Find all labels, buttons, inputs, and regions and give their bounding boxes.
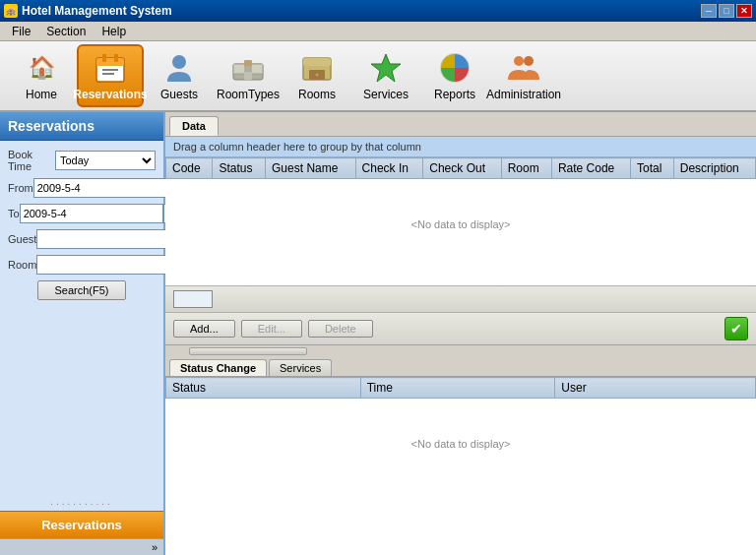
col-description[interactable]: Description [673, 158, 755, 179]
close-button[interactable]: ✕ [736, 4, 752, 18]
toolbar-services-label: Services [363, 88, 409, 101]
toolbar-roomtypes[interactable]: RoomTypes [215, 44, 282, 107]
panel-arrow[interactable]: » [0, 538, 163, 555]
toolbar-rooms-label: Rooms [298, 88, 336, 101]
toolbar-services[interactable]: Services [352, 44, 419, 107]
action-bar: Add... Edit... Delete ✔ [165, 312, 756, 344]
svg-rect-10 [244, 72, 252, 80]
panel-footer[interactable]: Reservations [0, 511, 163, 538]
toolbar-reports-label: Reports [434, 88, 475, 101]
maximize-button[interactable]: □ [719, 4, 734, 18]
svg-rect-4 [102, 54, 106, 62]
reports-icon [437, 50, 472, 86]
guest-input[interactable] [36, 229, 180, 249]
left-panel: Reservations Book Time Today This Week T… [0, 112, 165, 555]
sub-no-data: <No data to display> [165, 399, 756, 489]
from-label: From [8, 182, 33, 194]
toolbar-home[interactable]: 🏠 Home [8, 44, 75, 107]
green-action-button[interactable]: ✔ [724, 317, 748, 340]
toolbar-reservations-label: Reservations [73, 88, 147, 101]
toolbar-reports[interactable]: Reports [421, 44, 488, 107]
svg-rect-8 [233, 64, 245, 74]
menu-section[interactable]: Section [38, 23, 94, 40]
pagination-input[interactable] [173, 290, 213, 308]
menu-bar: File Section Help [0, 22, 756, 41]
guest-row: Guest [8, 229, 156, 249]
guest-label: Guest [8, 233, 36, 245]
left-panel-title: Reservations [0, 112, 163, 141]
add-button[interactable]: Add... [173, 320, 235, 338]
to-label: To [8, 208, 20, 219]
sub-tab-bar: Status Change Services [165, 356, 756, 377]
svg-rect-13 [303, 58, 331, 66]
col-checkin[interactable]: Check In [355, 158, 423, 179]
toolbar-reservations[interactable]: Reservations [77, 44, 144, 107]
to-input[interactable] [20, 204, 163, 223]
room-row: Room [8, 255, 156, 275]
toolbar-guests-label: Guests [160, 88, 198, 101]
svg-point-6 [172, 55, 186, 69]
left-form: Book Time Today This Week This Month All… [0, 141, 163, 492]
app-title: Hotel Management System [22, 4, 172, 18]
toolbar-home-label: Home [26, 88, 57, 101]
room-label: Room [8, 259, 36, 271]
right-panel: Data Drag a column header here to group … [165, 112, 756, 555]
svg-rect-11 [244, 60, 252, 66]
main-layout: Reservations Book Time Today This Week T… [0, 112, 756, 555]
toolbar-administration[interactable]: Administration [490, 44, 557, 107]
title-controls[interactable]: ─ □ ✕ [701, 4, 752, 18]
col-room[interactable]: Room [501, 158, 551, 179]
toolbar: 🏠 Home Reservations Guests [0, 41, 756, 112]
col-guestname[interactable]: Guest Name [266, 158, 356, 179]
toolbar-rooms[interactable]: Rooms [284, 44, 350, 107]
svg-rect-5 [114, 54, 118, 62]
svg-point-18 [524, 56, 534, 66]
menu-file[interactable]: File [4, 23, 38, 40]
search-button[interactable]: Search(F5) [37, 280, 125, 300]
toolbar-guests[interactable]: Guests [146, 44, 213, 107]
scroll-thumb[interactable] [189, 347, 307, 355]
sub-col-status[interactable]: Status [166, 378, 361, 399]
toolbar-administration-label: Administration [486, 88, 561, 101]
roomtypes-icon [230, 50, 266, 86]
drag-hint: Drag a column header here to group by th… [165, 137, 756, 157]
home-icon: 🏠 [24, 50, 59, 86]
sub-tab-services[interactable]: Services [269, 359, 332, 376]
room-input[interactable] [36, 255, 180, 275]
scroll-bar[interactable] [165, 344, 756, 356]
bottom-bar-left [173, 290, 213, 308]
tab-data[interactable]: Data [169, 116, 219, 136]
col-ratecode[interactable]: Rate Code [551, 158, 630, 179]
main-table-wrap: Code Status Guest Name Check In Check Ou… [165, 157, 756, 285]
menu-help[interactable]: Help [94, 23, 134, 40]
svg-rect-1 [96, 58, 124, 66]
title-bar-left: 🏨 Hotel Management System [4, 4, 172, 18]
reservations-icon [93, 50, 128, 86]
sub-tab-statuschange[interactable]: Status Change [169, 359, 267, 376]
minimize-button[interactable]: ─ [701, 4, 717, 18]
svg-rect-9 [251, 64, 263, 74]
services-icon [368, 50, 404, 86]
col-status[interactable]: Status [213, 158, 266, 179]
booktime-select[interactable]: Today This Week This Month All [55, 151, 156, 170]
main-no-data: <No data to display> [165, 179, 756, 270]
delete-button[interactable]: Delete [308, 320, 373, 338]
col-total[interactable]: Total [631, 158, 674, 179]
title-bar: 🏨 Hotel Management System ─ □ ✕ [0, 0, 756, 22]
edit-button[interactable]: Edit... [241, 320, 302, 338]
to-row: To ▼ [8, 204, 156, 223]
sub-table-wrap: Status Time User <No data to display> [165, 377, 756, 555]
svg-point-17 [514, 56, 524, 66]
app-icon: 🏨 [4, 4, 18, 18]
svg-point-15 [316, 74, 319, 77]
col-checkout[interactable]: Check Out [423, 158, 501, 179]
sub-col-time[interactable]: Time [360, 378, 555, 399]
sub-table: Status Time User [165, 377, 756, 399]
main-table: Code Status Guest Name Check In Check Ou… [165, 157, 756, 179]
sub-col-user[interactable]: User [555, 378, 756, 399]
col-code[interactable]: Code [166, 158, 213, 179]
booktime-label: Book Time [8, 149, 55, 172]
bottom-bar [165, 285, 756, 312]
tab-bar: Data [165, 112, 756, 137]
from-input[interactable] [33, 178, 177, 198]
